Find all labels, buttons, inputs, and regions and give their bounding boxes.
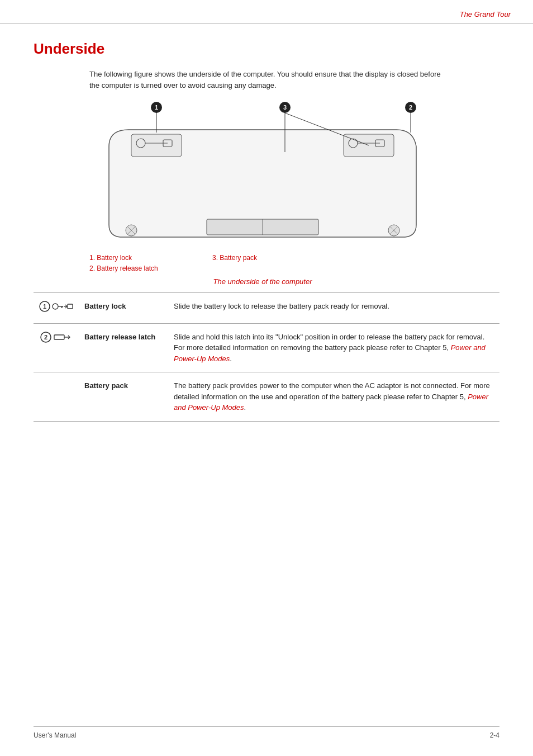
label-battery-pack: 3. Battery pack [212, 253, 436, 263]
svg-text:1: 1 [43, 303, 46, 310]
svg-text:1: 1 [155, 104, 158, 111]
svg-text:2: 2 [409, 104, 412, 111]
svg-text:3: 3 [283, 104, 287, 111]
intro-text: The following figure shows the underside… [89, 69, 447, 91]
label-cell-1: Battery lock [79, 293, 168, 323]
footer: User's Manual 2-4 [34, 726, 499, 739]
header-title: The Grand Tour [460, 10, 511, 18]
icon-cell-1: 1 [34, 293, 79, 323]
svg-rect-37 [54, 335, 64, 339]
footer-left: User's Manual [34, 731, 76, 739]
icon-cell-2: 2 [34, 323, 79, 372]
svg-text:2: 2 [44, 334, 47, 341]
item1-badge: 1 [39, 301, 73, 312]
svg-rect-2 [131, 134, 182, 157]
battery-lock-icon [52, 301, 73, 312]
label-cell-2: Battery release latch [79, 323, 168, 372]
figure-caption: The underside of the computer [89, 277, 436, 286]
svg-point-29 [53, 304, 58, 309]
section-title: Underside [34, 40, 499, 58]
table-row: 2 Battery release latch [34, 323, 499, 372]
underside-diagram: 1 3 2 [95, 102, 430, 247]
desc-cell-2: Slide and hold this latch into its "Unlo… [168, 323, 499, 372]
battery-release-icon [53, 332, 72, 343]
table-row: 1 [34, 293, 499, 323]
top-header: The Grand Tour [0, 0, 533, 23]
diagram-labels: 1. Battery lock 2. Battery release latch… [89, 253, 436, 274]
page: The Grand Tour Underside The following f… [0, 0, 533, 756]
content: Underside The following figure shows the… [0, 23, 533, 444]
detail-table: 1 [34, 293, 499, 422]
label-battery-lock: 1. Battery lock [89, 253, 212, 263]
diagram-labels-right: 3. Battery pack [212, 253, 436, 274]
svg-rect-34 [68, 304, 73, 309]
desc-cell-3: The battery pack provides power to the c… [168, 372, 499, 422]
table-row: Battery pack The battery pack provides p… [34, 372, 499, 422]
footer-right: 2-4 [490, 731, 499, 739]
desc-cell-1: Slide the battery lock to release the ba… [168, 293, 499, 323]
diagram-labels-left: 1. Battery lock 2. Battery release latch [89, 253, 212, 274]
label-battery-release: 2. Battery release latch [89, 263, 212, 274]
item2-badge: 2 [40, 332, 72, 343]
badge-2-icon: 2 [40, 332, 51, 343]
label-cell-3: Battery pack [79, 372, 168, 422]
diagram-container: 1 3 2 [89, 102, 436, 247]
icon-cell-3 [34, 372, 79, 422]
badge-1-icon: 1 [39, 301, 50, 312]
